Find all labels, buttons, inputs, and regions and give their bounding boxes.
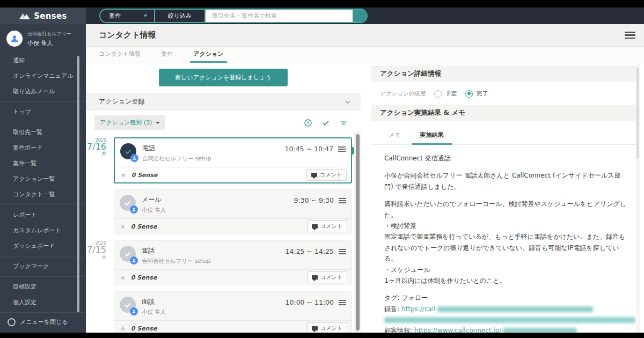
logo-block[interactable]: Senses bbox=[0, 8, 86, 24]
sidebar-item-online-manual[interactable]: オンラインマニュアル bbox=[0, 68, 86, 84]
new-action-button[interactable]: 新しいアクションを登録しましょう bbox=[159, 69, 287, 86]
tab-actions[interactable]: アクション bbox=[193, 50, 223, 63]
sort-filter-icon[interactable] bbox=[339, 119, 348, 127]
sidebar-item-action-list[interactable]: アクション一覧 bbox=[0, 171, 86, 187]
comment-button[interactable]: コメント bbox=[307, 271, 347, 283]
action-card[interactable]: 面談 小俣 隼人 10:00 ~ 11:00 bbox=[114, 291, 352, 333]
sidebar-item-import-mail[interactable]: 取り込みメール bbox=[0, 84, 86, 99]
action-card[interactable]: メール 小俣 隼人 9:30 ~ 9:30 bbox=[114, 189, 352, 234]
star-icon[interactable] bbox=[120, 171, 127, 179]
sidebar-scrollbar[interactable] bbox=[77, 56, 79, 312]
result-text: 1ヶ月以内には体制を作りたいとのこと。 bbox=[384, 275, 627, 286]
close-menu-button[interactable]: メニューを閉じる bbox=[0, 312, 86, 333]
customer-label: 顧客情報: bbox=[384, 327, 412, 333]
card-menu-icon[interactable] bbox=[339, 197, 346, 204]
status-option-planned[interactable]: 予定 bbox=[434, 90, 457, 98]
sidebar-item-report[interactable]: レポート bbox=[0, 207, 86, 223]
action-detail-header: アクション詳細情報 bbox=[371, 65, 640, 82]
entity-type-dropdown[interactable]: 案件 bbox=[100, 10, 154, 22]
recording-line-wrap bbox=[384, 314, 627, 325]
timeline-row: 面談 小俣 隼人 10:00 ~ 11:00 bbox=[114, 291, 361, 333]
star-icon[interactable] bbox=[120, 325, 126, 333]
check-icon bbox=[123, 300, 132, 309]
action-result-header: アクション実施結果 & メモ bbox=[371, 105, 640, 121]
action-card[interactable]: 電話 合同会社セルフリー setup 14:25 ~ 14:25 bbox=[114, 240, 352, 285]
person-badge-icon bbox=[130, 307, 138, 315]
card-menu-icon[interactable] bbox=[339, 248, 346, 255]
search-input[interactable] bbox=[206, 10, 353, 22]
comment-button[interactable]: コメント bbox=[306, 169, 347, 181]
status-label: アクションの状態 bbox=[380, 90, 426, 98]
comment-button[interactable]: コメント bbox=[307, 322, 347, 333]
action-time: 9:30 ~ 9:30 bbox=[294, 196, 334, 204]
sidebar: Senses 合同会社セルフリー 小俣 隼人 通知 オンラインマニュアル 取り込… bbox=[0, 8, 86, 333]
sidebar-item-contact-list[interactable]: コンタクト一覧 bbox=[0, 187, 86, 202]
star-icon[interactable] bbox=[120, 274, 126, 282]
status-option-done[interactable]: 完了 bbox=[465, 90, 488, 98]
chevron-down-icon[interactable] bbox=[345, 98, 350, 104]
comment-icon bbox=[312, 275, 318, 280]
divider bbox=[0, 204, 86, 205]
recording-line: 録音: https://call bbox=[384, 304, 627, 314]
card-menu-icon[interactable] bbox=[339, 299, 346, 306]
check-icon bbox=[123, 199, 132, 207]
search-pill: 案件 絞り込み bbox=[99, 9, 368, 23]
divider bbox=[0, 101, 86, 102]
action-time: 10:45 ~ 10:47 bbox=[285, 145, 333, 153]
panel-gap bbox=[361, 63, 371, 333]
person-badge-icon bbox=[130, 154, 138, 162]
user-block[interactable]: 合同会社セルフリー 小俣 隼人 bbox=[0, 24, 86, 53]
timeline-scrollbar[interactable] bbox=[356, 134, 360, 330]
recording-label: 録音: bbox=[384, 305, 399, 313]
action-type: 電話 bbox=[142, 144, 279, 153]
sidebar-item-accounts[interactable]: 取引先一覧 bbox=[0, 124, 86, 140]
action-time: 14:25 ~ 14:25 bbox=[286, 247, 334, 255]
clock-icon[interactable] bbox=[304, 119, 312, 127]
result-text: 小俣が合同会社セルフリー 電話太郎さんと CallConnect (インサイドセ… bbox=[384, 170, 627, 192]
recording-link[interactable]: https://call bbox=[401, 305, 436, 313]
comment-button[interactable]: コメント bbox=[307, 221, 347, 232]
sidebar-item-goal-settings[interactable]: 目標設定 bbox=[0, 279, 86, 295]
action-type: 面談 bbox=[142, 297, 280, 306]
user-avatar bbox=[6, 31, 23, 47]
sidebar-item-personal-settings[interactable]: 個人設定 bbox=[0, 295, 86, 310]
action-timeline: 2020 7/16 木 bbox=[86, 135, 361, 333]
card-menu-icon[interactable] bbox=[338, 145, 346, 153]
logo-text: Senses bbox=[34, 11, 67, 21]
sidebar-item-custom-report[interactable]: カスタムレポート bbox=[0, 223, 86, 238]
hamburger-menu-icon[interactable] bbox=[625, 30, 635, 41]
app-window: Senses 合同会社セルフリー 小俣 隼人 通知 オンラインマニュアル 取り込… bbox=[0, 8, 644, 333]
content-column: 案件 絞り込み コンタクト情報 コンタクト情報 案件 bbox=[86, 8, 644, 333]
comment-icon bbox=[312, 224, 318, 229]
sidebar-item-notifications[interactable]: 通知 bbox=[0, 53, 86, 68]
tab-memo[interactable]: メモ bbox=[389, 131, 401, 144]
person-badge-icon bbox=[130, 205, 138, 214]
action-detail-panel: アクション詳細情報 アクションの状態 予定 完了 bbox=[371, 63, 640, 333]
sidebar-item-dashboard[interactable]: ダッシュボード bbox=[0, 238, 86, 254]
timeline-row: 2020 7/16 木 bbox=[114, 137, 361, 183]
action-type-filter[interactable]: アクション種別 (3) bbox=[94, 115, 165, 130]
tab-contact-info[interactable]: コンタクト情報 bbox=[99, 50, 141, 63]
page-header: コンタクト情報 bbox=[86, 24, 644, 47]
sidebar-item-deal-board[interactable]: 案件ボード bbox=[0, 140, 86, 156]
check-icon bbox=[123, 249, 132, 258]
search-button[interactable] bbox=[353, 10, 367, 22]
action-target: 合同会社セルフリー setup bbox=[142, 155, 279, 163]
page-tabs: コンタクト情報 案件 アクション bbox=[86, 47, 644, 63]
sidebar-item-deal-list[interactable]: 案件一覧 bbox=[0, 156, 86, 171]
comment-icon bbox=[311, 173, 317, 177]
detail-scrollbar[interactable] bbox=[636, 68, 639, 159]
action-card-selected[interactable]: 電話 合同会社セルフリー setup 10:45 ~ 10:47 bbox=[114, 137, 352, 183]
star-icon[interactable] bbox=[120, 223, 126, 231]
tab-result[interactable]: 実施結果 bbox=[420, 131, 444, 144]
customer-link[interactable]: https://www.callconnect.jp/ bbox=[414, 327, 501, 333]
tab-deals[interactable]: 案件 bbox=[161, 50, 173, 63]
close-menu-icon bbox=[8, 318, 16, 326]
action-target: 小俣 隼人 bbox=[142, 308, 280, 316]
result-body: CallConnect 発信通話 小俣が合同会社セルフリー 電話太郎さんと Ca… bbox=[371, 145, 640, 333]
action-target: 小俣 隼人 bbox=[142, 207, 288, 214]
sidebar-item-top[interactable]: トップ bbox=[0, 104, 86, 120]
sidebar-item-bookmark[interactable]: ブックマーク bbox=[0, 259, 86, 274]
check-icon[interactable] bbox=[321, 119, 330, 127]
filter-button[interactable]: 絞り込み bbox=[155, 10, 204, 22]
